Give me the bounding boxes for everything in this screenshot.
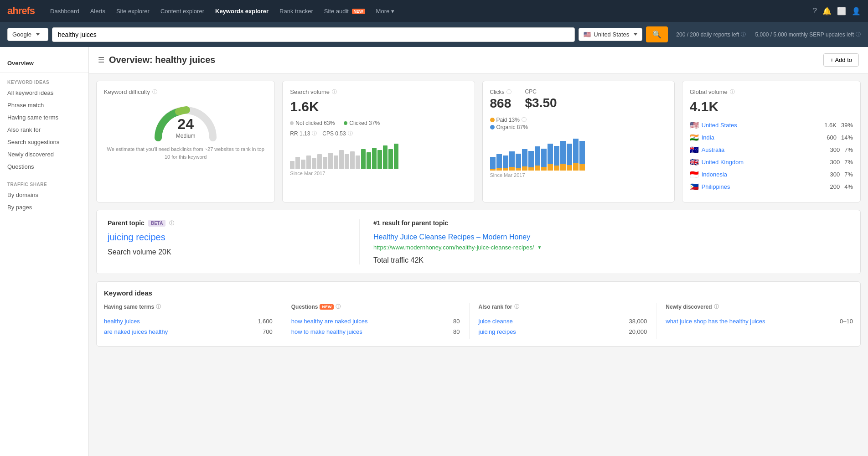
nav-link-more[interactable]: More ▾	[372, 6, 399, 16]
parent-topic-link[interactable]: juicing recipes	[108, 232, 346, 243]
country-flag-icon: 🇵🇭	[690, 182, 699, 191]
search-input[interactable]	[52, 27, 575, 42]
nav-link-alerts[interactable]: Alerts	[86, 6, 110, 16]
not-clicked-stat: Not clicked 63%	[290, 120, 335, 126]
parent-topic-help[interactable]: ⓘ	[169, 220, 174, 227]
paid-stat: Paid 13% ⓘ	[490, 116, 667, 123]
clicks-value: 868	[490, 96, 512, 111]
organic-bar	[579, 141, 585, 164]
gv-country-link[interactable]: 🇮🇳India	[690, 133, 714, 142]
country-percent: 39%	[841, 122, 853, 129]
ki-keyword-2-1[interactable]: juicing recipes	[479, 328, 516, 335]
sv-bar-item	[350, 151, 355, 169]
sv-bar-item	[312, 158, 316, 169]
nav-link-keywords-explorer[interactable]: Keywords explorer	[211, 6, 273, 16]
engine-select[interactable]: Google	[7, 28, 48, 41]
sidebar-item-all-keyword-ideas[interactable]: All keyword ideas	[0, 87, 88, 99]
cps-help-icon[interactable]: ⓘ	[348, 130, 353, 137]
rr-help-icon[interactable]: ⓘ	[312, 130, 317, 137]
help-icon[interactable]: ?	[813, 7, 817, 15]
sv-bar-item	[306, 155, 311, 169]
ki-keyword-0-0[interactable]: healthy juices	[104, 318, 140, 325]
country-select[interactable]: 🇺🇸 United States	[579, 28, 642, 41]
sidebar-item-search-suggestions[interactable]: Search suggestions	[0, 136, 88, 148]
sv-help-icon[interactable]: ⓘ	[332, 88, 337, 95]
sv-bar-item	[339, 150, 344, 169]
country-percent: 4%	[844, 183, 853, 190]
ki-col-newly-discovered: Newly discovered ⓘ what juice shop has t…	[666, 303, 853, 339]
monthly-serp-help[interactable]: ⓘ	[856, 31, 861, 38]
sv-bar-item	[317, 154, 322, 169]
ki-keyword-2-0[interactable]: juice cleanse	[479, 318, 513, 325]
ki-col-help-1[interactable]: ⓘ	[336, 303, 341, 310]
result-link[interactable]: Healthy Juice Cleanse Recipes – Modern H…	[373, 232, 849, 242]
daily-reports-help[interactable]: ⓘ	[741, 31, 746, 38]
questions-new-badge: NEW	[320, 304, 334, 310]
gv-country-link[interactable]: 🇺🇸United States	[690, 121, 737, 130]
parent-topic-right: #1 result for parent topic Healthy Juice…	[360, 219, 849, 264]
sidebar-item-by-domains[interactable]: By domains	[0, 189, 88, 201]
nav-link-site-audit[interactable]: Site audit NEW	[320, 6, 370, 16]
clicks-label: Clicks ⓘ	[490, 88, 512, 95]
gv-help-icon[interactable]: ⓘ	[730, 88, 735, 95]
notifications-icon[interactable]: 🔔	[822, 7, 832, 16]
add-to-button[interactable]: + Add to	[823, 53, 859, 67]
sidebar-item-by-pages[interactable]: By pages	[0, 201, 88, 213]
paid-help[interactable]: ⓘ	[522, 116, 527, 123]
paid-bar	[554, 166, 559, 171]
gv-country-stats: 1.6K39%	[824, 122, 853, 129]
country-percent: 7%	[844, 159, 853, 166]
ki-keyword-1-1[interactable]: how to make healthy juices	[291, 328, 362, 335]
cpc-value: $3.50	[525, 96, 557, 110]
ki-row: juicing recipes 20,000	[479, 328, 647, 335]
ki-col-help-0[interactable]: ⓘ	[156, 303, 161, 310]
gv-country-link[interactable]: 🇮🇩Indonesia	[690, 170, 727, 179]
sidebar-item-having-same-terms[interactable]: Having same terms	[0, 111, 88, 124]
sidebar-item-also-rank-for[interactable]: Also rank for	[0, 124, 88, 136]
paid-bar	[541, 167, 547, 171]
sidebar-item-phrase-match[interactable]: Phrase match	[0, 99, 88, 111]
country-name: United Kingdom	[702, 159, 744, 166]
sv-bar-item	[383, 145, 388, 169]
organic-bar	[554, 146, 559, 166]
screen-icon[interactable]: ⬜	[837, 7, 846, 16]
kd-help-icon[interactable]: ⓘ	[152, 88, 157, 95]
sidebar-item-questions[interactable]: Questions	[0, 161, 88, 173]
sv-bar-item	[367, 152, 371, 169]
search-bar: Google 🇺🇸 United States 🔍 200 / 200 dail…	[0, 22, 868, 47]
sidebar-overview[interactable]: Overview	[0, 54, 88, 73]
gv-country-link[interactable]: 🇵🇭Philippines	[690, 182, 730, 191]
global-volume-card: Global volume ⓘ 4.1K 🇺🇸United States1.6K…	[682, 81, 861, 202]
nav-link-rank-tracker[interactable]: Rank tracker	[275, 6, 318, 16]
ki-keyword-0-1[interactable]: are naked juices healthy	[104, 328, 168, 335]
gv-country-row: 🇮🇳India60014%	[690, 133, 853, 142]
ki-keyword-1-0[interactable]: how healthy are naked juices	[291, 318, 368, 325]
nav-link-dashboard[interactable]: Dashboard	[46, 6, 84, 16]
nav-link-content-explorer[interactable]: Content explorer	[156, 6, 209, 16]
ki-col-also-rank-for: Also rank for ⓘ juice cleanse 38,000 jui…	[479, 303, 657, 339]
logo[interactable]: ahrefs	[7, 5, 35, 17]
organic-dot	[490, 125, 495, 130]
country-name: Indonesia	[702, 171, 727, 178]
dropdown-triangle-icon[interactable]: ▼	[537, 245, 542, 250]
country-volume: 1.6K	[824, 122, 837, 129]
country-flag-icon: 🇦🇺	[690, 145, 699, 154]
gv-country-link[interactable]: 🇬🇧United Kingdom	[690, 158, 744, 166]
ki-keyword-3-0[interactable]: what juice shop has the healthy juices	[666, 318, 836, 325]
country-name: United States	[702, 122, 737, 129]
nav-link-site-explorer[interactable]: Site explorer	[112, 6, 154, 16]
search-button[interactable]: 🔍	[646, 26, 668, 42]
profile-icon[interactable]: 👤	[852, 7, 861, 16]
gv-country-link[interactable]: 🇦🇺Australia	[690, 145, 725, 154]
flag-icon: 🇺🇸	[584, 31, 591, 38]
ki-volume-1-1: 80	[453, 328, 460, 335]
hamburger-icon[interactable]: ☰	[98, 56, 104, 64]
ki-col-help-3[interactable]: ⓘ	[714, 303, 719, 310]
clicks-help-icon[interactable]: ⓘ	[506, 88, 512, 95]
clicks-bar-group	[522, 149, 527, 171]
main-content: ☰ Overview: healthy juices + Add to Keyw…	[89, 47, 868, 456]
sidebar-item-newly-discovered[interactable]: Newly discovered	[0, 148, 88, 161]
clicks-bar-group	[490, 157, 496, 171]
paid-bar	[567, 165, 572, 171]
ki-col-help-2[interactable]: ⓘ	[514, 303, 519, 310]
